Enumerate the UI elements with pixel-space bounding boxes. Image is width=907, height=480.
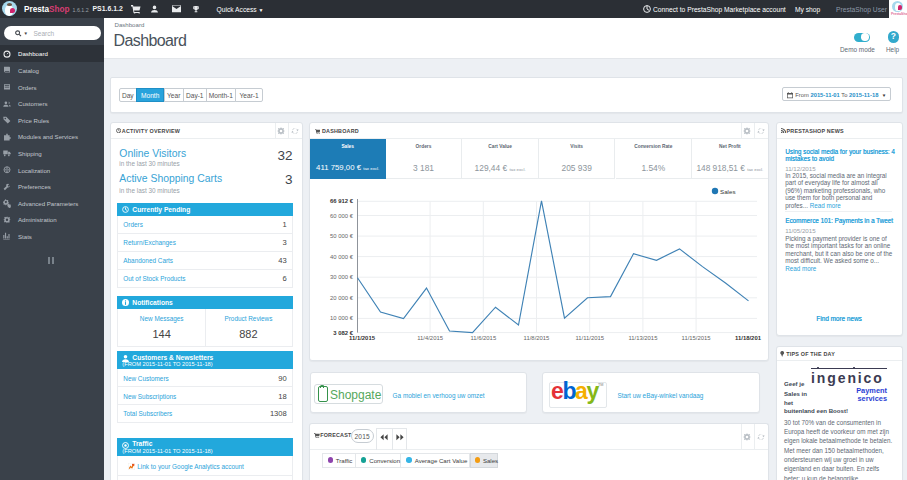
svg-text:10 000 €: 10 000 €	[330, 315, 354, 321]
svg-text:11/6/2015: 11/6/2015	[470, 335, 496, 341]
svg-text:40 000 €: 40 000 €	[330, 254, 354, 260]
svg-text:20 000 €: 20 000 €	[330, 295, 354, 301]
svg-text:60 000 €: 60 000 €	[330, 213, 354, 219]
svg-text:11/15/2015: 11/15/2015	[682, 335, 712, 341]
svg-text:11/13/2015: 11/13/2015	[628, 335, 658, 341]
svg-text:11/11/2015: 11/11/2015	[575, 335, 604, 341]
svg-text:11/1/2015: 11/1/2015	[349, 335, 376, 341]
svg-text:11/4/2015: 11/4/2015	[417, 335, 443, 341]
svg-text:50 000 €: 50 000 €	[330, 233, 354, 239]
svg-text:11/18/201: 11/18/201	[735, 335, 762, 341]
svg-text:30 000 €: 30 000 €	[330, 274, 354, 280]
svg-text:Sales: Sales	[720, 188, 735, 195]
svg-text:66 912 €: 66 912 €	[330, 198, 354, 204]
svg-text:11/8/2015: 11/8/2015	[524, 335, 550, 341]
